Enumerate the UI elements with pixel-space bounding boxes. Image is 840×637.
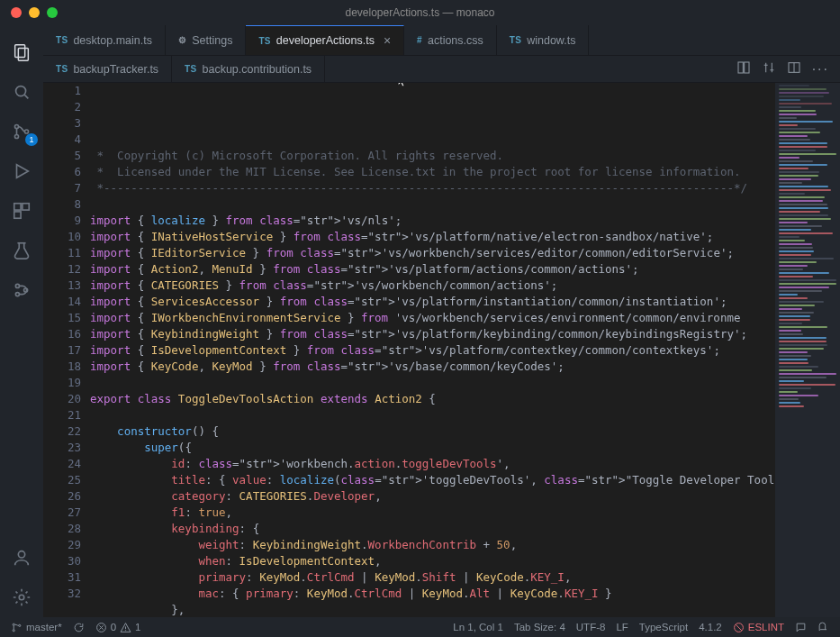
source-control-badge: 1 <box>25 133 38 146</box>
svg-point-21 <box>13 623 14 625</box>
sync-status[interactable] <box>68 622 90 633</box>
close-icon[interactable]: × <box>384 33 391 48</box>
svg-point-13 <box>15 293 19 296</box>
settings-gear-icon[interactable] <box>0 578 43 617</box>
svg-rect-1 <box>18 48 28 60</box>
problems-status[interactable]: 0 1 <box>90 622 147 633</box>
tab-desktop-main-ts[interactable]: TSdesktop.main.ts <box>43 25 166 55</box>
tab-label: Settings <box>192 34 232 47</box>
search-icon[interactable] <box>0 72 43 112</box>
svg-line-30 <box>736 624 742 631</box>
tab-label: backupTracker.ts <box>73 63 158 76</box>
typescript-icon: TS <box>510 35 521 45</box>
references-icon[interactable] <box>0 270 43 310</box>
svg-point-4 <box>14 124 18 128</box>
line-number-gutter: 1234567891011121314151617181920212223242… <box>43 83 90 617</box>
svg-point-2 <box>16 86 26 96</box>
run-debug-icon[interactable] <box>0 151 43 191</box>
notifications-status[interactable] <box>812 622 835 633</box>
svg-point-22 <box>13 629 14 631</box>
eol-status[interactable]: LF <box>610 622 633 632</box>
indentation-status[interactable]: Tab Size: 4 <box>509 622 571 632</box>
typescript-icon: TS <box>56 35 68 45</box>
close-window-button[interactable] <box>11 7 22 18</box>
minimap[interactable] <box>775 83 840 617</box>
tab-label: developerActions.ts <box>276 34 375 47</box>
svg-point-16 <box>19 595 24 600</box>
tab-backuptracker-ts[interactable]: TSbackupTracker.ts <box>43 56 172 82</box>
language-mode-status[interactable]: TypeScript <box>634 622 693 632</box>
git-branch-status[interactable]: master* <box>5 622 68 633</box>
title-bar: developerActions.ts — monaco <box>0 0 840 25</box>
svg-rect-10 <box>14 212 21 218</box>
tab-backup-contribution-ts[interactable]: TSbackup.contribution.ts <box>172 56 325 82</box>
tab-row-primary: TSdesktop.main.ts⚙SettingsTSdeveloperAct… <box>43 25 840 56</box>
tab-actions-css[interactable]: #actions.css <box>404 25 497 55</box>
activity-bar: 1 <box>0 25 43 617</box>
svg-rect-18 <box>744 62 748 73</box>
tab-label: desktop.main.ts <box>73 34 152 47</box>
zoom-window-button[interactable] <box>47 7 58 18</box>
typescript-icon: TS <box>56 64 68 74</box>
tab-developeractions-ts[interactable]: TSdeveloperActions.ts× <box>246 25 404 55</box>
eslint-status[interactable]: ESLINT <box>727 622 790 633</box>
tab-window-ts[interactable]: TSwindow.ts <box>497 25 590 55</box>
explorer-icon[interactable] <box>0 32 43 72</box>
svg-rect-9 <box>23 204 29 210</box>
tab-row-secondary: TSbackupTracker.tsTSbackup.contribution.… <box>43 56 840 83</box>
svg-point-6 <box>24 130 28 133</box>
svg-point-15 <box>18 551 24 558</box>
editor-content[interactable]: 1234567891011121314151617181920212223242… <box>43 83 840 617</box>
window-controls <box>11 7 58 18</box>
svg-point-12 <box>15 284 19 287</box>
cursor-position-status[interactable]: Ln 1, Col 1 <box>447 622 509 632</box>
accounts-icon[interactable] <box>0 538 43 578</box>
gear-icon: ⚙ <box>178 35 186 45</box>
typescript-icon: TS <box>258 36 270 46</box>
diff-icon[interactable] <box>736 60 751 77</box>
svg-point-5 <box>14 134 18 138</box>
svg-point-28 <box>125 630 126 631</box>
more-actions-icon[interactable]: ··· <box>812 61 829 77</box>
minimize-window-button[interactable] <box>29 7 40 18</box>
tab-label: actions.css <box>428 34 483 47</box>
split-editor-icon[interactable] <box>787 60 801 77</box>
typescript-icon: TS <box>185 64 196 74</box>
status-bar: master* 0 1 Ln 1, Col 1 Tab Size: 4 UTF-… <box>0 617 840 637</box>
css-icon: # <box>417 35 422 45</box>
svg-rect-8 <box>14 204 21 210</box>
extensions-icon[interactable] <box>0 191 43 231</box>
encoding-status[interactable]: UTF-8 <box>571 622 611 632</box>
tab-label: window.ts <box>527 34 575 47</box>
compare-icon[interactable] <box>762 60 776 77</box>
svg-rect-0 <box>15 45 25 58</box>
typescript-version-status[interactable]: 4.1.2 <box>693 622 727 632</box>
feedback-status[interactable] <box>790 622 812 633</box>
tab-settings[interactable]: ⚙Settings <box>166 25 246 55</box>
testing-icon[interactable] <box>0 231 43 270</box>
source-control-icon[interactable]: 1 <box>0 112 43 151</box>
svg-line-3 <box>24 95 28 98</box>
window-title: developerActions.ts — monaco <box>11 6 829 19</box>
code-text[interactable]: * Copyright (c) Microsoft Corporation. A… <box>90 83 775 617</box>
svg-rect-17 <box>738 62 743 73</box>
svg-marker-7 <box>17 165 29 178</box>
tab-label: backup.contribution.ts <box>203 63 312 76</box>
svg-point-23 <box>19 624 21 626</box>
